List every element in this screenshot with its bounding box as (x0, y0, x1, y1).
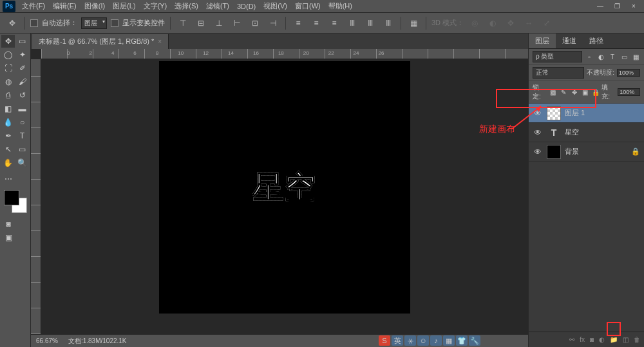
dist-left-icon[interactable]: Ⅲ (345, 16, 359, 30)
align-vcenter-icon[interactable]: ⊟ (194, 16, 208, 30)
crop-tool[interactable]: ⛶ (1, 62, 15, 75)
menu-window[interactable]: 窗口(W) (291, 0, 325, 12)
path-tool[interactable]: ↖ (1, 143, 15, 156)
close-button[interactable]: × (626, 1, 641, 12)
tab-paths[interactable]: 路径 (583, 33, 610, 48)
align-top-icon[interactable]: ⊤ (176, 16, 190, 30)
align-hcenter-icon[interactable]: ⊡ (248, 16, 262, 30)
menu-type[interactable]: 文字(Y) (140, 0, 171, 12)
color-swatch[interactable] (4, 190, 27, 213)
close-tab-icon[interactable]: × (158, 38, 162, 45)
auto-select-dropdown[interactable]: 图层 (81, 17, 107, 29)
type-tool[interactable]: T (15, 129, 29, 142)
menu-select[interactable]: 选择(S) (171, 0, 202, 12)
canvas-text-layer[interactable]: 星空 (252, 167, 317, 208)
dist-top-icon[interactable]: ≡ (291, 16, 305, 30)
layer-name[interactable]: 星空 (565, 127, 640, 137)
layer-thumbnail[interactable]: T (547, 126, 561, 140)
new-layer-icon[interactable]: ◫ (623, 336, 629, 343)
lasso-tool[interactable]: ◯ (1, 48, 15, 61)
zoom-tool[interactable]: 🔍 (15, 156, 29, 169)
document-tab[interactable]: 未标题-1 @ 66.7% (图层 1, RGB/8) * × (32, 34, 169, 49)
wand-tool[interactable]: ✦ (15, 48, 29, 61)
move-tool[interactable]: ✥ (1, 35, 15, 48)
auto-align-icon[interactable]: ▦ (406, 16, 421, 30)
auto-select-checkbox[interactable] (30, 19, 38, 27)
lock-pixels-icon[interactable]: ✎ (559, 88, 567, 97)
layer-row[interactable]: 👁背景🔒 (529, 142, 644, 162)
dist-vcenter-icon[interactable]: ≡ (309, 16, 323, 30)
blend-mode-dropdown[interactable]: 正常 (533, 67, 584, 79)
layer-thumbnail[interactable] (547, 145, 561, 159)
quickmask-tool[interactable]: ◙ (1, 218, 15, 230)
adjustment-layer-icon[interactable]: ◐ (599, 336, 605, 343)
dist-bottom-icon[interactable]: ≡ (327, 16, 341, 30)
tab-layers[interactable]: 图层 (529, 33, 556, 48)
ime-icon[interactable]: S (379, 335, 390, 346)
menu-filter[interactable]: 滤镜(T) (202, 0, 233, 12)
lock-artboard-icon[interactable]: ▣ (580, 88, 589, 97)
ruler-horizontal[interactable]: 02468101214161820222426 (41, 49, 528, 59)
filter-type-icon[interactable]: T (608, 52, 617, 61)
layer-filter-dropdown[interactable]: ρ 类型 (533, 51, 582, 62)
filter-adjust-icon[interactable]: ◐ (596, 52, 605, 61)
layer-name[interactable]: 背景 (565, 147, 627, 156)
blur-tool[interactable]: 💧 (1, 116, 15, 129)
menu-view[interactable]: 视图(V) (260, 0, 291, 12)
canvas-viewport[interactable]: 星空 (41, 59, 528, 334)
filter-smart-icon[interactable]: ▦ (631, 52, 640, 61)
visibility-icon[interactable]: 👁 (533, 109, 543, 118)
tray-icon-6[interactable]: 🔧 (469, 335, 480, 346)
menu-help[interactable]: 帮助(H) (325, 0, 356, 12)
zoom-level[interactable]: 66.67% (36, 337, 58, 344)
layer-thumbnail[interactable] (547, 106, 561, 120)
shape-tool[interactable]: ▭ (15, 143, 29, 156)
lock-all-icon[interactable]: 🔒 (591, 88, 600, 97)
visibility-icon[interactable]: 👁 (533, 128, 543, 137)
align-right-icon[interactable]: ⊣ (266, 16, 280, 30)
more-tools[interactable]: ⋯ (1, 173, 15, 185)
dist-right-icon[interactable]: Ⅲ (381, 16, 395, 30)
eyedropper-tool[interactable]: ✐ (15, 62, 29, 75)
layer-row[interactable]: 👁T星空 (529, 123, 644, 142)
hand-tool[interactable]: ✋ (1, 156, 15, 169)
filter-image-icon[interactable]: ▫ (585, 52, 594, 61)
show-transform-checkbox[interactable] (111, 19, 118, 27)
align-left-icon[interactable]: ⊢ (230, 16, 244, 30)
filter-shape-icon[interactable]: ▭ (620, 52, 629, 61)
tray-icon-3[interactable]: ♪ (430, 335, 442, 346)
lock-transparency-icon[interactable]: ▩ (549, 88, 557, 97)
move-tool-icon[interactable]: ✥ (5, 16, 19, 30)
layer-mask-icon[interactable]: ◙ (590, 336, 594, 343)
ime-lang[interactable]: 英 (392, 335, 403, 346)
delete-layer-icon[interactable]: 🗑 (634, 336, 640, 343)
layer-group-icon[interactable]: 📁 (610, 336, 618, 343)
tray-icon-5[interactable]: 👕 (456, 335, 468, 346)
history-brush-tool[interactable]: ↺ (15, 89, 29, 102)
opacity-slider[interactable]: 100% (617, 69, 640, 77)
marquee-tool[interactable]: ▭ (15, 35, 29, 48)
minimize-button[interactable]: — (592, 1, 608, 12)
dodge-tool[interactable]: ○ (15, 116, 29, 129)
menu-image[interactable]: 图像(I) (80, 0, 109, 12)
menu-edit[interactable]: 编辑(E) (49, 0, 80, 12)
menu-file[interactable]: 文件(F) (18, 0, 49, 12)
canvas[interactable]: 星空 (159, 61, 410, 314)
tray-icon-4[interactable]: ▦ (443, 335, 455, 346)
dist-hcenter-icon[interactable]: Ⅲ (363, 16, 377, 30)
menu-layer[interactable]: 图层(L) (109, 0, 139, 12)
doc-info[interactable]: 文档:1.83M/1022.1K (68, 337, 127, 346)
stamp-tool[interactable]: ⎙ (1, 89, 15, 102)
screenmode-tool[interactable]: ▣ (1, 231, 15, 244)
layer-fx-icon[interactable]: fx (580, 336, 585, 343)
align-bottom-icon[interactable]: ⊥ (212, 16, 226, 30)
tray-icon-1[interactable]: ⚹ (404, 335, 416, 346)
gradient-tool[interactable]: ▬ (15, 102, 29, 115)
ruler-vertical[interactable] (31, 59, 41, 334)
tray-icon-2[interactable]: ☺ (417, 335, 429, 346)
layer-name[interactable]: 图层 1 (565, 108, 640, 118)
visibility-icon[interactable]: 👁 (533, 147, 543, 156)
eraser-tool[interactable]: ◧ (1, 102, 15, 115)
heal-tool[interactable]: ◍ (1, 75, 15, 88)
pen-tool[interactable]: ✒ (1, 129, 15, 142)
